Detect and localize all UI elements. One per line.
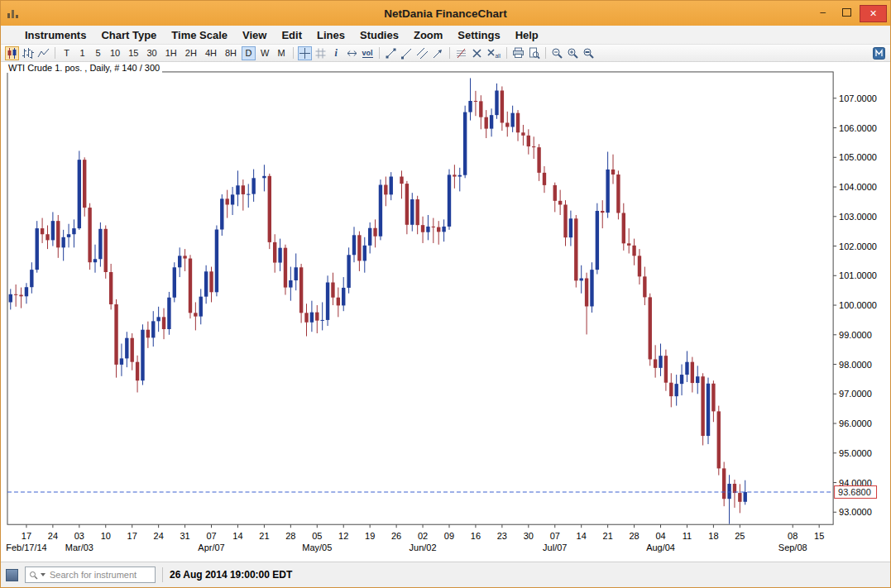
svg-text:15: 15 [814, 531, 824, 541]
info-icon[interactable]: i [329, 46, 343, 60]
timeframe-4h-button[interactable]: 4H [202, 46, 220, 60]
svg-text:106.0000: 106.0000 [839, 123, 877, 133]
search-icon [29, 571, 38, 580]
delete-all-lines-icon[interactable]: all [486, 46, 502, 60]
toolbar-separator [293, 47, 294, 59]
menu-time-scale[interactable]: Time Scale [164, 29, 235, 41]
y-axis-labels: 107.0000106.0000105.0000104.0000103.0000… [833, 93, 877, 517]
timeframe-2h-button[interactable]: 2H [182, 46, 200, 60]
svg-text:Sep/08: Sep/08 [778, 543, 807, 552]
x-axis-labels: 1724031017243107142128051219260209162330… [6, 524, 824, 552]
timeframe-30m-button[interactable]: 30 [144, 46, 160, 60]
menu-instruments[interactable]: Instruments [17, 29, 93, 41]
menu-edit[interactable]: Edit [274, 29, 309, 41]
search-dropdown-icon[interactable] [41, 573, 46, 576]
bar-chart-icon[interactable] [21, 46, 35, 60]
timeframe-1m-button[interactable]: 1 [75, 46, 89, 60]
svg-text:99.0000: 99.0000 [839, 330, 872, 340]
svg-text:95.0000: 95.0000 [839, 448, 872, 458]
toolbar: T151015301H2H4H8HDWMivolall [1, 45, 890, 62]
svg-text:31: 31 [180, 531, 189, 541]
chart-area[interactable]: WTI Crude 1. pos. , Daily, # 140 / 300 1… [1, 62, 890, 562]
menu-chart-type[interactable]: Chart Type [93, 29, 164, 41]
toolbar-separator [545, 47, 546, 59]
svg-text:Mar/03: Mar/03 [65, 543, 93, 552]
ray-icon[interactable] [400, 46, 414, 60]
toolbar-separator [55, 47, 55, 59]
timeframe-monthly-button[interactable]: M [274, 46, 288, 60]
plot-border[interactable] [7, 72, 833, 524]
svg-text:98.0000: 98.0000 [839, 360, 872, 370]
svg-text:93.0000: 93.0000 [839, 507, 872, 517]
menu-view[interactable]: View [235, 29, 274, 41]
title-bar[interactable]: NetDania FinanceChart – ✕ [1, 1, 890, 26]
svg-text:14: 14 [577, 531, 587, 541]
timeframe-5m-button[interactable]: 5 [91, 46, 105, 60]
svg-text:105.0000: 105.0000 [839, 152, 877, 162]
hide-lines-icon[interactable] [454, 46, 468, 60]
svg-text:10: 10 [101, 531, 111, 541]
price-chart[interactable]: 107.0000106.0000105.0000104.0000103.0000… [1, 62, 890, 562]
svg-text:11: 11 [683, 531, 692, 541]
grid-icon[interactable] [314, 46, 328, 60]
minimize-icon[interactable]: – [812, 5, 834, 21]
crosshair-icon[interactable] [298, 46, 312, 60]
timeframe-weekly-button[interactable]: W [257, 46, 272, 60]
svg-text:all: all [495, 53, 501, 59]
svg-text:25: 25 [735, 531, 745, 541]
timeframe-8h-button[interactable]: 8H [222, 46, 240, 60]
timeframe-15m-button[interactable]: 15 [125, 46, 141, 60]
timeframe-tick-button[interactable]: T [60, 46, 74, 60]
timeframe-daily-button[interactable]: D [242, 46, 256, 60]
window-title: NetDania FinanceChart [1, 7, 890, 20]
svg-text:26: 26 [391, 531, 401, 541]
svg-text:16: 16 [471, 531, 481, 541]
menu-studies[interactable]: Studies [352, 29, 406, 41]
svg-text:09: 09 [444, 531, 454, 541]
search-input[interactable] [48, 569, 151, 581]
channel-icon[interactable] [415, 46, 429, 60]
zoom-in-icon[interactable] [566, 46, 580, 60]
svg-text:03: 03 [74, 531, 84, 541]
svg-text:93.6800: 93.6800 [838, 487, 871, 497]
zoom-reset-icon[interactable] [582, 46, 596, 60]
svg-text:05: 05 [312, 531, 322, 541]
close-icon[interactable]: ✕ [860, 5, 887, 22]
menu-settings[interactable]: Settings [450, 29, 507, 41]
svg-text:12: 12 [338, 531, 348, 541]
timeframe-10m-button[interactable]: 10 [107, 46, 123, 60]
print-icon[interactable] [511, 46, 525, 60]
grip-icon [6, 569, 18, 581]
svg-text:08: 08 [788, 531, 798, 541]
menu-lines[interactable]: Lines [309, 29, 352, 41]
maximize-icon[interactable] [836, 5, 858, 21]
menu-zoom[interactable]: Zoom [406, 29, 450, 41]
arrow-line-icon[interactable] [431, 46, 445, 60]
svg-text:102.0000: 102.0000 [839, 241, 877, 251]
expand-horizontal-icon[interactable] [345, 46, 359, 60]
menu-help[interactable]: Help [508, 29, 546, 41]
zoom-out-icon[interactable] [550, 46, 564, 60]
svg-text:Aug/04: Aug/04 [646, 543, 675, 552]
volume-icon[interactable]: vol [361, 46, 375, 60]
netdania-logo-icon[interactable] [872, 46, 886, 60]
svg-text:100.0000: 100.0000 [839, 300, 877, 310]
svg-text:30: 30 [524, 531, 534, 541]
delete-line-icon[interactable] [470, 46, 484, 60]
svg-text:101.0000: 101.0000 [839, 270, 877, 280]
timeframe-1h-button[interactable]: 1H [162, 46, 180, 60]
trendline-icon[interactable] [384, 46, 398, 60]
candlestick-chart-icon[interactable] [5, 46, 19, 60]
status-bar: 26 Aug 2014 19:00:00 EDT [1, 562, 890, 587]
svg-text:02: 02 [418, 531, 428, 541]
print-preview-icon[interactable] [527, 46, 541, 60]
svg-text:Feb/17/14: Feb/17/14 [6, 543, 46, 552]
svg-text:23: 23 [497, 531, 507, 541]
menu-bar: InstrumentsChart TypeTime ScaleViewEditL… [1, 26, 890, 45]
svg-text:07: 07 [206, 531, 216, 541]
app-window: NetDania FinanceChart – ✕ InstrumentsCha… [0, 0, 891, 588]
svg-text:May/05: May/05 [302, 543, 332, 552]
line-chart-icon[interactable] [36, 46, 50, 60]
svg-text:19: 19 [365, 531, 375, 541]
search-box[interactable] [25, 566, 156, 583]
